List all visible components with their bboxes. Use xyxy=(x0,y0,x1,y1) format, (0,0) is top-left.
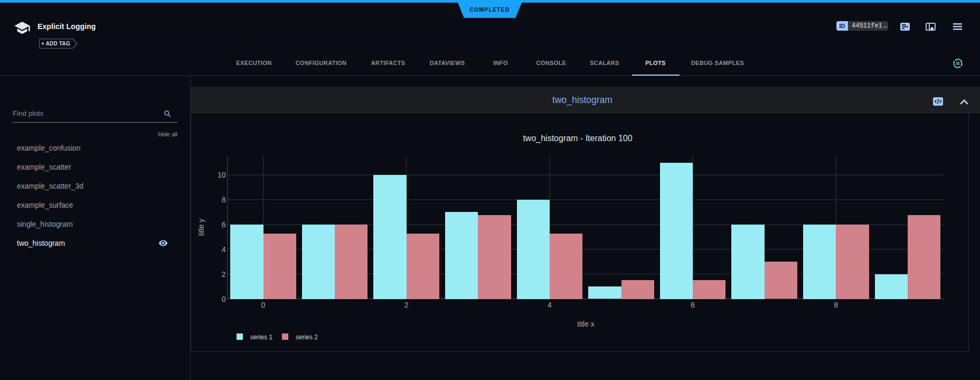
svg-text:0: 0 xyxy=(222,295,226,303)
svg-text:6: 6 xyxy=(691,301,695,309)
svg-text:title x: title x xyxy=(577,320,595,328)
svg-text:6: 6 xyxy=(222,220,226,229)
svg-text:title y: title y xyxy=(197,219,205,236)
svg-text:series 1: series 1 xyxy=(250,333,272,341)
svg-text:+ ADD TAG: + ADD TAG xyxy=(41,41,70,47)
svg-text:10: 10 xyxy=(218,171,226,179)
svg-text:2: 2 xyxy=(222,270,226,279)
svg-text:two_histogram - Iteration 100: two_histogram - Iteration 100 xyxy=(523,134,632,143)
svg-text:4: 4 xyxy=(222,245,226,254)
svg-text:4: 4 xyxy=(548,301,552,309)
svg-text:8: 8 xyxy=(222,196,226,204)
svg-text:0: 0 xyxy=(261,301,266,309)
svg-text:2: 2 xyxy=(404,301,409,309)
svg-text:series 2: series 2 xyxy=(296,333,318,341)
svg-text:8: 8 xyxy=(834,301,838,309)
